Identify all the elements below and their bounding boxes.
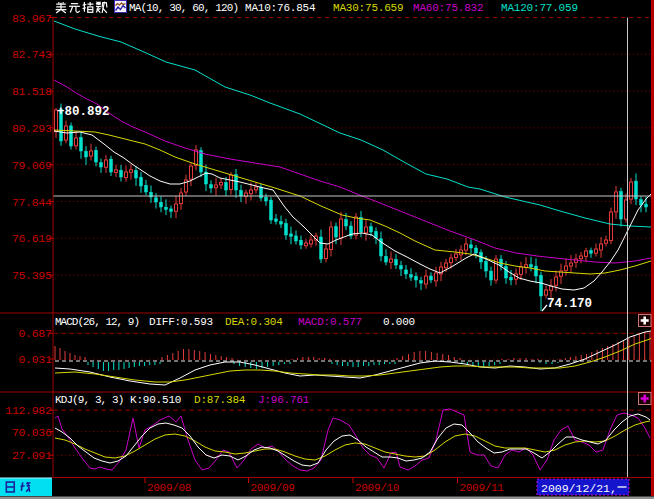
svg-text:K:90.510: K:90.510 [130,394,181,406]
svg-text:0.031: 0.031 [18,353,51,366]
svg-text:2009/09: 2009/09 [251,482,295,494]
svg-text:+80.892: +80.892 [57,105,110,119]
svg-text:80.293: 80.293 [12,122,52,135]
svg-text:2009/11: 2009/11 [460,482,505,494]
svg-text:DIFF:0.593: DIFF:0.593 [149,316,213,328]
svg-text:MA60:75.832: MA60:75.832 [413,2,483,14]
svg-text:MA30:75.659: MA30:75.659 [333,2,403,14]
svg-text:DEA:0.304: DEA:0.304 [225,316,283,328]
svg-text:79.069: 79.069 [12,159,52,172]
svg-text:2009/08: 2009/08 [147,482,191,494]
svg-text:112.982: 112.982 [5,404,52,417]
svg-text:MA(10, 30, 60, 120): MA(10, 30, 60, 120) [129,2,238,14]
svg-text:2009/10: 2009/10 [355,482,399,494]
svg-text:82.743: 82.743 [12,48,52,61]
svg-text:76.619: 76.619 [12,232,52,245]
svg-text:77.844: 77.844 [12,196,52,209]
svg-text:0.687: 0.687 [18,327,51,340]
svg-text:MA10:76.854: MA10:76.854 [245,2,316,14]
svg-text:0.000: 0.000 [383,316,415,328]
svg-text:MA120:77.059: MA120:77.059 [501,2,578,14]
svg-text:70.036: 70.036 [12,426,52,439]
svg-text:MACD(26, 12, 9): MACD(26, 12, 9) [55,316,139,328]
svg-text:KDJ(9, 3, 3): KDJ(9, 3, 3) [55,394,123,406]
svg-text:2009/12/21,: 2009/12/21, [541,482,617,495]
svg-text:J:96.761: J:96.761 [258,394,310,406]
svg-text:27.091: 27.091 [12,449,52,462]
svg-text:75.395: 75.395 [12,269,52,282]
svg-text:81.518: 81.518 [12,85,52,98]
svg-text:MACD:0.577: MACD:0.577 [298,316,362,328]
svg-text:74.170: 74.170 [547,297,592,311]
svg-text:D:87.384: D:87.384 [194,394,246,406]
svg-text:83.967: 83.967 [12,12,52,25]
